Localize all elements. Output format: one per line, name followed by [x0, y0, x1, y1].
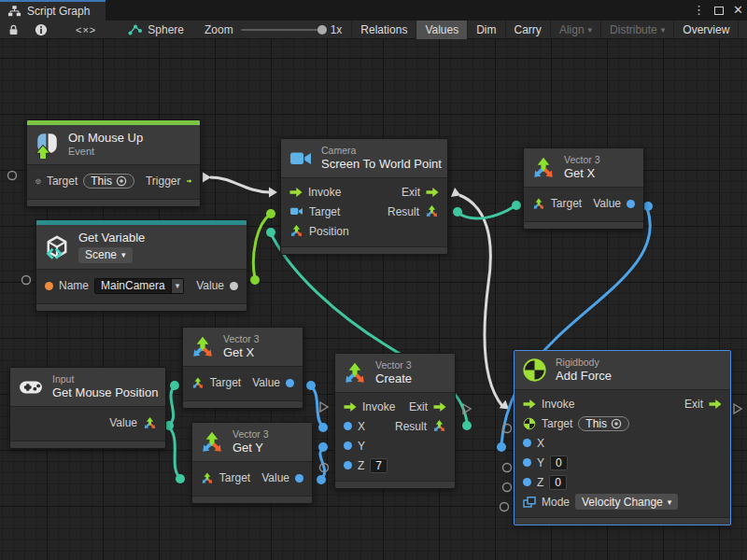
- connection-variable-to-target[interactable]: [250, 209, 275, 285]
- flow-input-port[interactable]: [289, 187, 303, 198]
- vector3-icon: [531, 156, 556, 180]
- vector3-port-icon[interactable]: [289, 224, 303, 238]
- lock-button[interactable]: [0, 21, 27, 39]
- carry-button[interactable]: Carry: [505, 21, 550, 39]
- flow-output-port[interactable]: [709, 399, 722, 410]
- port-label-mode: Mode: [542, 496, 570, 509]
- connection-result-to-getx-target[interactable]: [453, 201, 521, 218]
- enum-port-icon[interactable]: [523, 497, 536, 508]
- flow-input-port[interactable]: [523, 399, 536, 410]
- input-gamepad-icon: [18, 375, 44, 399]
- port-label-value: Value: [252, 376, 280, 389]
- zoom-to-fit-button[interactable]: <×>: [55, 21, 117, 39]
- flow-output-port[interactable]: [187, 175, 192, 187]
- node-subtitle: Event: [68, 146, 143, 159]
- connection-mousepos-to-getx-target[interactable]: [164, 381, 179, 430]
- variable-name-dropdown[interactable]: MainCamera ▾: [94, 278, 184, 294]
- vector3-output-port[interactable]: [143, 416, 157, 430]
- node-get-y[interactable]: Vector 3 Get Y Target Value: [191, 422, 313, 504]
- values-button[interactable]: Values: [416, 21, 467, 39]
- info-icon: [35, 23, 48, 36]
- this-label: This: [91, 175, 112, 188]
- node-footer: [524, 221, 643, 229]
- port-label-x: X: [358, 420, 365, 433]
- node-screen-to-world-point[interactable]: Camera Screen To World Point Invoke Exit…: [280, 138, 448, 255]
- float-input-port[interactable]: [344, 461, 352, 469]
- target-this-field[interactable]: This: [83, 174, 134, 189]
- float-input-port[interactable]: [344, 441, 352, 450]
- port-label-invoke: Invoke: [542, 398, 574, 411]
- node-get-mouse-position[interactable]: Input Get Mouse Position Value: [9, 367, 166, 449]
- graph-canvas[interactable]: On Mouse Up Event Target This Trigger: [0, 39, 747, 560]
- float-output-port[interactable]: [627, 200, 635, 208]
- fullscreen-button[interactable]: Full Screen: [738, 21, 747, 39]
- vector3-port-icon[interactable]: [425, 204, 439, 218]
- z-value-field[interactable]: 0: [549, 475, 567, 490]
- flow-output-port[interactable]: [433, 401, 446, 413]
- node-header: Vector 3 Get Y: [192, 423, 312, 462]
- distribute-button[interactable]: Distribute ▾: [600, 21, 673, 39]
- node-get-x-mid[interactable]: Vector 3 Get X Target Value: [182, 327, 303, 409]
- port-indicator[interactable]: [320, 402, 328, 412]
- mode-dropdown[interactable]: Velocity Change ▾: [575, 494, 678, 510]
- node-get-x-top[interactable]: Vector 3 Get X Target Value: [523, 147, 644, 230]
- lock-icon: [7, 23, 20, 36]
- z-value-field[interactable]: 7: [370, 458, 388, 473]
- node-title: Get Y: [233, 441, 269, 455]
- float-output-port[interactable]: [286, 379, 294, 387]
- vector3-port-icon[interactable]: [201, 471, 214, 485]
- chevron-down-icon: ▾: [171, 279, 184, 293]
- float-input-port[interactable]: [344, 422, 352, 430]
- node-get-variable[interactable]: Get Variable Scene ▾ Name MainCamera ▾ V…: [35, 219, 247, 312]
- flow-input-port[interactable]: [344, 401, 357, 413]
- node-on-mouse-up[interactable]: On Mouse Up Event Target This Trigger: [26, 119, 201, 207]
- relations-button[interactable]: Relations: [351, 21, 416, 39]
- align-button[interactable]: Align ▾: [550, 21, 600, 39]
- connection-exit-to-addforce-invoke[interactable]: [451, 188, 513, 413]
- node-category: Camera: [321, 145, 442, 157]
- node-header: Vector 3 Create: [335, 354, 455, 393]
- node-category: Rigidbody: [556, 357, 612, 369]
- info-button[interactable]: [27, 21, 55, 39]
- port-indicator[interactable]: [734, 404, 741, 413]
- connection-mousepos-to-gety-target[interactable]: [169, 427, 185, 483]
- vector3-output-port[interactable]: [432, 419, 446, 433]
- port-indicator[interactable]: [500, 503, 509, 511]
- menu-icon[interactable]: ⋮: [693, 0, 705, 21]
- port-indicator[interactable]: [22, 276, 31, 285]
- flow-output-port[interactable]: [426, 187, 439, 198]
- connection-trigger-to-invoke[interactable]: [203, 173, 277, 198]
- node-title: Get Mouse Position: [52, 385, 158, 400]
- overview-button[interactable]: Overview: [673, 21, 738, 39]
- float-input-port[interactable]: [523, 458, 531, 467]
- port-indicator[interactable]: [503, 464, 512, 472]
- dim-button[interactable]: Dim: [467, 21, 504, 39]
- vector3-port-icon[interactable]: [532, 197, 545, 211]
- camera-port-icon[interactable]: [289, 205, 303, 217]
- float-input-port[interactable]: [523, 439, 531, 447]
- zoom-slider[interactable]: [241, 29, 323, 31]
- port-indicator[interactable]: [8, 172, 17, 180]
- target-this-field[interactable]: This: [578, 416, 629, 431]
- rigidbody-port-icon[interactable]: [523, 417, 536, 430]
- float-input-port[interactable]: [523, 478, 531, 486]
- node-add-force[interactable]: Rigidbody Add Force Invoke Exit Target T…: [514, 350, 731, 525]
- graph-tab-icon: [7, 5, 21, 19]
- node-create-vector3[interactable]: Vector 3 Create Invoke Exit X Result: [334, 353, 456, 489]
- breadcrumb[interactable]: Sphere: [117, 23, 195, 36]
- maximize-icon[interactable]: [714, 7, 724, 15]
- gameobject-icon: [35, 175, 41, 189]
- zoom-slider-handle[interactable]: [317, 25, 327, 35]
- close-icon[interactable]: ✕: [733, 0, 743, 21]
- tab-script-graph[interactable]: Script Graph: [0, 0, 106, 21]
- object-picker-icon: [611, 418, 622, 429]
- string-port[interactable]: [45, 282, 53, 290]
- port-indicator[interactable]: [503, 483, 512, 492]
- vector3-port-icon[interactable]: [191, 376, 204, 390]
- y-value-field[interactable]: 0: [550, 455, 568, 470]
- port-label-invoke: Invoke: [308, 186, 341, 199]
- variable-scope-dropdown[interactable]: Scene ▾: [78, 247, 133, 263]
- object-output-port[interactable]: [230, 282, 238, 290]
- vector3-icon: [190, 335, 215, 359]
- float-output-port[interactable]: [295, 474, 303, 483]
